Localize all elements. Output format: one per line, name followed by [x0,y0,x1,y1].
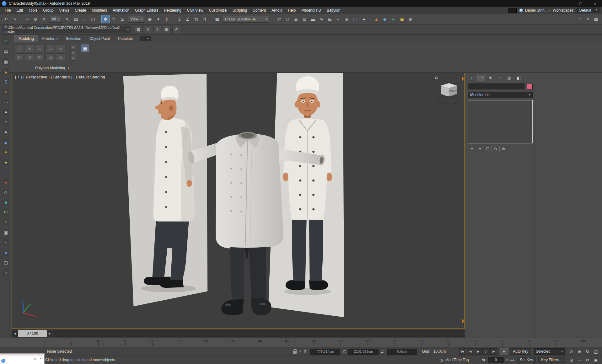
plane-tool-icon[interactable]: ▭ [3,99,9,105]
window-crossing-icon[interactable]: ◫ [89,15,97,23]
sphere-tool-icon[interactable]: ● [3,109,9,115]
menu-item[interactable]: Animation [110,7,132,14]
select-and-scale-icon[interactable]: ⇲ [118,15,126,23]
track-bar-lane[interactable] [53,330,464,337]
add-time-tag[interactable]: Add Time Tag [446,358,469,362]
plugin-icon-yellow[interactable]: ▣ [398,15,406,23]
viewport-layout-icon[interactable]: ∷ [576,15,584,23]
select-object-icon[interactable]: ↖ [63,15,72,23]
maximize-button[interactable]: □ [574,0,588,7]
signin-user[interactable]: Daniel Strin... ▾ [519,8,551,13]
menu-item[interactable]: Graph Editors [132,7,161,14]
key-filters-button[interactable]: Key Filters... [538,357,565,363]
light-tool-icon[interactable]: ☀ [3,149,9,155]
arc-tool-icon[interactable]: ◠ [3,38,9,45]
bones-tool-icon[interactable]: Ψ [3,209,9,216]
rectangular-selection-region-icon[interactable]: ▭ [80,15,89,23]
select-and-link-icon[interactable]: ∞ [23,15,31,23]
pyramid-tool-icon[interactable]: ▲ [3,139,9,145]
modify-tab-icon[interactable]: ◠ [477,75,485,81]
select-and-manipulate-icon[interactable]: ✦ [154,15,162,23]
maximize-viewport-icon[interactable]: ◱ [592,348,599,355]
pan-icon[interactable]: ↔ [576,357,583,363]
redo-icon[interactable]: ↷ [10,15,19,23]
menu-item[interactable]: Tools [26,7,40,14]
polygon-modeling-panel-title[interactable]: Polygon Modeling ▾ [35,66,69,70]
minimize-button[interactable]: – [560,0,574,7]
create-key-button[interactable]: + [500,348,508,355]
viewcube[interactable]: ⌂ FRONT [435,75,460,104]
previous-frame-button[interactable]: ◀ [467,348,474,355]
ribbon-tab-modeling[interactable]: Modeling [14,35,38,42]
spheres-tool-icon[interactable]: ● [3,88,9,95]
keyboard-shortcut-override-icon[interactable]: ⇧ [163,15,171,23]
object-color-swatch[interactable] [527,84,533,89]
ribbon-tool-icon[interactable]: ◆ [25,45,34,52]
isolate-selection-icon[interactable]: ▣ [592,357,599,363]
gray-tool-icon[interactable]: ▣ [3,229,9,236]
align-icon[interactable]: ◎ [283,15,292,23]
next-frame-button[interactable]: ▷ [482,348,490,355]
menu-item[interactable]: Group [40,7,56,14]
cube-tool-icon[interactable]: ■ [3,249,9,256]
material-editor-icon[interactable]: ◐ [334,15,342,23]
menu-item[interactable]: Babylon [324,7,343,14]
plugin-icon-gray[interactable]: ⊕ [406,15,414,23]
ribbon-tab-populate[interactable]: Populate [114,35,137,42]
ribbon-mode-button[interactable]: ▭ ▾ [140,36,151,41]
menu-item[interactable]: Customize [206,7,230,14]
star-tool-icon[interactable]: ★ [3,129,9,135]
perspective-viewport[interactable]: ⌂ FRONT x [12,73,465,329]
menu-item[interactable]: Help [285,7,299,14]
grid-toggle-icon[interactable]: ▦ [592,15,600,23]
dark-tool-icon[interactable]: ▪ [3,239,9,246]
ribbon-tab-object-paint[interactable]: Object Paint [86,35,114,42]
ribbon-mini-icon[interactable]: ▸ [70,56,76,61]
toolbars-icon[interactable]: ≡ [584,15,592,23]
plugin-icon-blue[interactable]: ◆ [381,15,389,23]
previous-frame-arrow[interactable]: ◀ [12,330,18,337]
menu-item[interactable]: Scripting [229,7,250,14]
taskbar-app-icon[interactable] [1,359,5,363]
orbit-icon[interactable]: ↻ [584,348,591,355]
pin-stack-icon[interactable]: ∗ [468,146,476,152]
box-tool-icon[interactable]: ▢ [3,259,9,266]
ribbon-mini-icon[interactable]: ▸ [70,45,76,49]
zoom-icon[interactable]: ⊙ [567,348,575,355]
absolute-offset-icon[interactable]: + [299,349,301,354]
project-path-dropdown[interactable]: P:\Clients\Carnival Corporation\PROJECTS… [2,26,131,33]
set-key-button[interactable]: Set Key [517,357,536,363]
ribbon-tool-icon[interactable]: ▣ [56,53,65,61]
sphere2-tool-icon[interactable]: ● [3,159,9,165]
menu-item[interactable]: Content [250,7,269,14]
hierarchy-tab-icon[interactable]: Ψ [487,75,494,81]
circle-tool-icon[interactable]: ○ [3,119,9,125]
particles-tool-icon[interactable]: ∴ [3,169,9,175]
share-icon[interactable]: ⇗ [172,26,180,33]
selection-lock-icon[interactable] [293,351,297,354]
toggle-ribbon-icon[interactable]: ▬ [309,15,317,23]
object-name-field[interactable] [468,83,525,89]
ribbon-tool-icon[interactable]: ◩ [35,53,45,61]
named-selection-field[interactable]: Create Selection Se ▾ [223,16,269,23]
timeline-ruler[interactable]: 0 5 10 15 20 25 30 35 [0,338,602,347]
ribbon-mini-icon[interactable]: ▸ [70,50,76,55]
angle-snap-icon[interactable]: ∠ [184,15,192,23]
menu-item[interactable]: Modifiers [89,7,110,14]
overlay-restore-icon[interactable]: □ [34,357,36,360]
menu-item[interactable]: Create [72,7,89,14]
show-end-result-icon[interactable]: ≍ [476,146,484,152]
ribbon-tab-selection[interactable]: Selection [62,35,85,42]
y-coordinate-field[interactable]: 2181.629cm [348,349,379,355]
select-and-move-icon[interactable]: ✥ [101,15,110,23]
frame-spinner[interactable]: ▴▾ [507,358,508,362]
create-tab-icon[interactable]: + [468,75,476,81]
render-setup-icon[interactable]: ⊛ [343,15,351,23]
next-frame-arrow[interactable]: ▶ [47,330,52,337]
new-window-icon[interactable]: ⊞ [163,26,171,33]
go-to-start-button[interactable]: |◀ [459,348,466,355]
cone-tool-icon[interactable]: ▲ [3,68,9,75]
spinner-snap-icon[interactable]: ⇅ [201,15,209,23]
menu-item[interactable]: Views [56,7,72,14]
ribbon-tool-icon[interactable]: ◨ [25,53,34,61]
